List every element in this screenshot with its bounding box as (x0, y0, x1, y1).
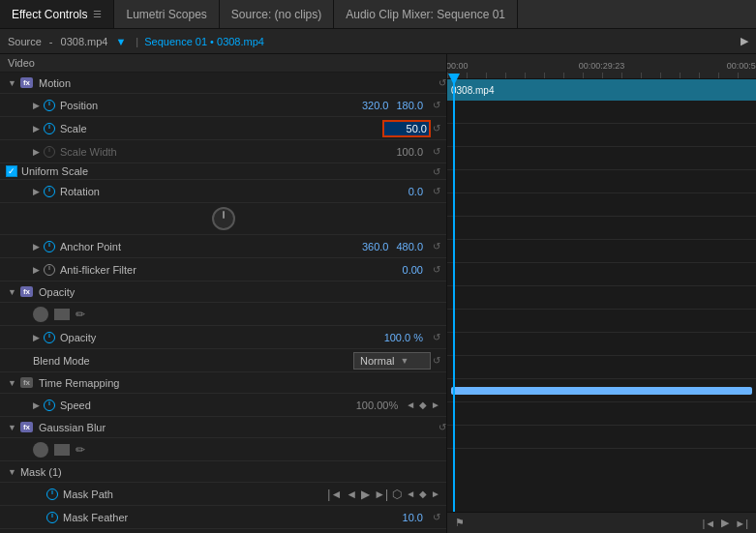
mask-prev-kf[interactable]: ◄ (406, 489, 415, 499)
anchor-point-chevron[interactable] (33, 242, 40, 252)
position-chevron[interactable] (33, 101, 40, 110)
opacity-circle-icon[interactable] (33, 307, 48, 322)
rotation-reset[interactable]: ↺ (433, 186, 440, 196)
anchor-point-stopwatch[interactable] (44, 241, 55, 252)
uniform-scale-checkbox[interactable] (6, 165, 17, 177)
tl-play-btn[interactable]: ▶ (721, 517, 729, 529)
anti-flicker-label: Anti-flicker Filter (60, 264, 403, 276)
tab-audio-clip-mixer[interactable]: Audio Clip Mixer: Sequence 01 (334, 0, 518, 28)
anti-flicker-reset[interactable]: ↺ (433, 264, 440, 275)
mask-chevron[interactable] (8, 467, 16, 477)
opacity-reset[interactable]: ↺ (433, 332, 440, 342)
scale-width-value: 100.0 (396, 146, 423, 158)
tab-lumetri-scopes[interactable]: Lumetri Scopes (114, 0, 219, 28)
rotation-dial[interactable] (212, 207, 235, 230)
speed-prev-btn[interactable]: ◄ (406, 400, 415, 410)
tab-source-label: Source: (no clips) (231, 8, 321, 21)
opacity-pen-icon[interactable]: ✏ (76, 308, 85, 321)
tab-effect-controls[interactable]: Effect Controls ☰ (0, 0, 114, 28)
rotation-stopwatch[interactable] (44, 186, 55, 197)
rotation-chevron[interactable] (33, 187, 40, 196)
gaussian-blur-reset[interactable]: ↺ (438, 422, 446, 432)
tab-source[interactable]: Source: (no clips) (220, 0, 334, 28)
anchor-point-value1[interactable]: 360.0 (362, 241, 389, 252)
position-stopwatch[interactable] (44, 100, 55, 111)
tl-row-5 (447, 193, 756, 217)
scale-width-chevron[interactable] (33, 147, 40, 157)
speed-stopwatch[interactable] (44, 400, 55, 411)
motion-group-header[interactable]: fx Motion ↺ (0, 73, 446, 94)
gaussian-blur-chevron[interactable] (8, 423, 16, 432)
mask-next-kf[interactable]: ► (431, 489, 440, 499)
mask-first-btn[interactable]: |◄ (327, 488, 342, 501)
mask-feather-reset[interactable]: ↺ (433, 512, 440, 522)
speed-diamond[interactable]: ◆ (419, 400, 427, 410)
playhead[interactable] (453, 79, 455, 512)
motion-chevron[interactable] (8, 78, 16, 88)
opacity-group-header[interactable]: fx Opacity (0, 281, 446, 303)
position-reset[interactable]: ↺ (433, 100, 440, 110)
speed-next-btn[interactable]: ► (431, 400, 440, 410)
gaussian-rect-icon[interactable] (54, 444, 70, 456)
mask-path-tool[interactable]: ⬡ (392, 488, 402, 501)
position-value1[interactable]: 320.0 (362, 100, 389, 111)
source-bar: Source - 0308.mp4 ▼ | Sequence 01 • 0308… (0, 29, 756, 54)
rotation-value[interactable]: 0.0 (408, 186, 423, 197)
scale-reset[interactable]: ↺ (433, 123, 440, 133)
uniform-scale-reset[interactable]: ↺ (433, 166, 440, 177)
tl-step-btn[interactable]: ►| (735, 518, 748, 529)
scale-input[interactable] (382, 120, 431, 137)
expand-button[interactable]: ▶ (741, 35, 748, 47)
timeline-ruler[interactable]: 00:00:00 00:00:29:23 00:00:59:22 (447, 54, 756, 79)
position-value2[interactable]: 180.0 (396, 100, 423, 111)
opacity-chevron[interactable] (8, 287, 16, 297)
anchor-point-row: Anchor Point 360.0 480.0 ↺ (0, 235, 446, 258)
uniform-scale-row: Uniform Scale ↺ (0, 163, 446, 180)
mask-feather-stopwatch[interactable] (46, 512, 58, 523)
timeline-content[interactable]: 0308.mp4 (447, 79, 756, 512)
mask-controls: |◄ ◄ ▶ ►| ⬡ ◄ ◆ ► (327, 488, 440, 501)
anti-flicker-value[interactable]: 0.00 (403, 264, 423, 276)
gaussian-blur-header[interactable]: fx Gaussian Blur ↺ (0, 417, 446, 438)
opacity-rect-icon[interactable] (54, 309, 70, 320)
motion-reset[interactable]: ↺ (438, 77, 446, 88)
main-layout: Video fx Motion ↺ Position 320.0 180.0 ↺… (0, 54, 756, 533)
tab-menu-icon[interactable]: ☰ (93, 9, 102, 19)
scale-width-stopwatch (44, 146, 55, 158)
opacity-val-chevron[interactable] (33, 333, 40, 342)
anti-flicker-row: Anti-flicker Filter 0.00 ↺ (0, 258, 446, 281)
anchor-point-reset[interactable]: ↺ (433, 241, 440, 252)
gaussian-pen-icon[interactable]: ✏ (76, 443, 85, 457)
mask-feather-value[interactable]: 10.0 (403, 512, 423, 523)
mask-next-btn[interactable]: ►| (374, 488, 388, 501)
mask-group-header[interactable]: Mask (1) (0, 461, 446, 483)
anti-flicker-stopwatch[interactable] (44, 264, 55, 276)
tl-row-15 (447, 426, 756, 449)
scale-width-reset[interactable]: ↺ (433, 146, 440, 157)
scale-chevron[interactable] (33, 124, 40, 133)
mask-play-btn[interactable]: ▶ (361, 488, 370, 501)
mask-add-kf[interactable]: ◆ (419, 489, 427, 499)
gaussian-blur-label: Gaussian Blur (39, 422, 437, 433)
source-filename[interactable]: 0308.mp4 (61, 36, 108, 47)
blend-mode-dropdown[interactable]: Normal ▼ (353, 352, 431, 370)
time-remapping-chevron[interactable] (8, 378, 16, 388)
anti-flicker-chevron[interactable] (33, 265, 40, 275)
tab-effect-controls-label: Effect Controls (12, 8, 87, 21)
tl-row-1 (447, 101, 756, 124)
gaussian-circle-icon[interactable] (33, 442, 48, 458)
time-remapping-header[interactable]: fx Time Remapping (0, 372, 446, 394)
anchor-point-value2[interactable]: 480.0 (396, 241, 423, 252)
tl-filter-btn[interactable]: ⚑ (455, 517, 465, 529)
scale-stopwatch[interactable] (44, 123, 55, 134)
blend-mode-row: Blend Mode Normal ▼ ↺ (0, 349, 446, 372)
source-dropdown-arrow[interactable]: ▼ (115, 36, 126, 47)
uniform-scale-label: Uniform Scale (21, 165, 88, 177)
speed-chevron[interactable] (33, 400, 40, 410)
opacity-stopwatch[interactable] (44, 332, 55, 343)
opacity-value[interactable]: 100.0 % (384, 332, 423, 343)
blend-mode-reset[interactable]: ↺ (433, 355, 440, 366)
mask-path-stopwatch[interactable] (46, 489, 58, 500)
mask-prev-btn[interactable]: ◄ (346, 488, 357, 501)
tl-prev-btn[interactable]: |◄ (703, 518, 716, 529)
